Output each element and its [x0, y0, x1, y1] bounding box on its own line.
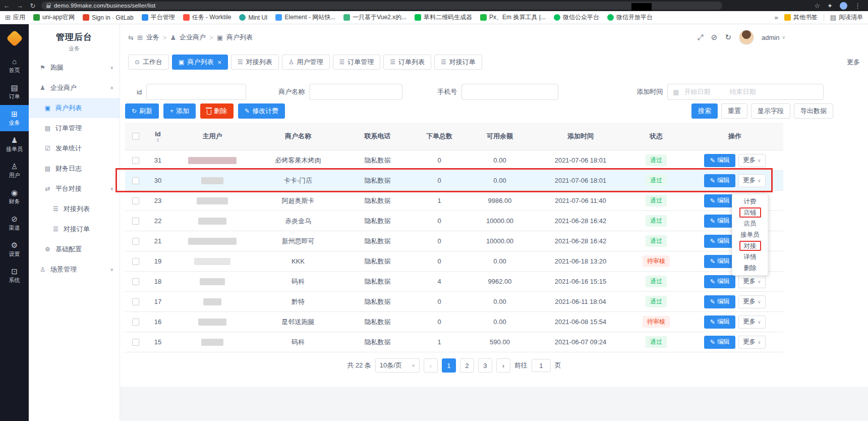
- row-checkbox[interactable]: [132, 238, 139, 245]
- edit-button[interactable]: ✎编辑: [704, 235, 735, 248]
- rail-item-home[interactable]: ⌂首页: [0, 52, 29, 79]
- row-checkbox[interactable]: [132, 319, 139, 326]
- page-button-3[interactable]: 3: [478, 358, 492, 373]
- url-bar[interactable]: demo.99make.com/business/seller/list: [41, 2, 722, 10]
- more-button-open[interactable]: 更多∨: [738, 174, 766, 187]
- refresh-icon[interactable]: ↻: [26, 2, 39, 10]
- rail-item-couriers[interactable]: ♟接单员: [0, 131, 29, 157]
- row-checkbox[interactable]: [132, 197, 139, 204]
- edit-button[interactable]: ✎编辑: [704, 295, 735, 308]
- browser-profile-icon[interactable]: [840, 2, 847, 10]
- rail-item-settings[interactable]: ⚙设置: [0, 236, 29, 262]
- breadcrumb-merchant-list[interactable]: 商户列表: [226, 33, 253, 42]
- table-row[interactable]: 21 新州思即可 隐私数据 0 10000.00 2021-06-28 16:4…: [125, 231, 783, 251]
- forward-icon[interactable]: →: [13, 2, 26, 10]
- sidebar-item-paotui[interactable]: ⚑跑腿∨: [29, 58, 120, 78]
- lock-screen-icon[interactable]: ⊘: [711, 33, 718, 42]
- row-checkbox[interactable]: [132, 218, 139, 225]
- page-button-1[interactable]: 1: [442, 358, 456, 373]
- reading-list[interactable]: ▤阅读清单: [830, 13, 863, 22]
- row-checkbox[interactable]: [132, 177, 139, 184]
- edit-button[interactable]: ✎编辑: [704, 336, 735, 349]
- tab-order-manage[interactable]: ☰订单管理: [333, 55, 381, 70]
- delete-button[interactable]: 删除: [200, 103, 234, 119]
- tab-user-manage[interactable]: ♙用户管理: [282, 55, 330, 70]
- bookmark-star-icon[interactable]: ☆: [814, 2, 820, 10]
- sidebar-item-scene-manage[interactable]: ♙场景管理∨: [29, 259, 120, 280]
- back-icon[interactable]: ←: [0, 2, 13, 10]
- refresh-button[interactable]: ↻刷新: [125, 103, 159, 119]
- sidebar-item-docking-orders[interactable]: ☰对接订单: [29, 219, 120, 239]
- reset-button[interactable]: 重置: [721, 103, 747, 119]
- collapse-sidebar-icon[interactable]: ⇆: [128, 34, 134, 41]
- row-checkbox[interactable]: [132, 339, 139, 346]
- more-button[interactable]: 更多∨: [738, 336, 766, 349]
- bookmark-item[interactable]: Px、Em 换算工具 |...: [480, 13, 546, 22]
- merchant-name-filter-input[interactable]: [309, 84, 402, 100]
- table-row[interactable]: 31 必烤客果木烤肉 隐私数据 0 0.00 2021-07-06 18:01 …: [125, 150, 783, 171]
- tab-workbench[interactable]: ⊙工作台: [128, 55, 169, 70]
- edit-button[interactable]: ✎编辑: [704, 174, 735, 187]
- bookmark-item[interactable]: 一只基于Vue2.x的...: [343, 13, 407, 22]
- bookmark-item[interactable]: 平台管理: [142, 13, 175, 22]
- url-text[interactable]: demo.99make.com/business/seller/list: [54, 3, 156, 9]
- edit-button[interactable]: ✎编辑: [704, 255, 735, 268]
- more-button[interactable]: 更多∨: [738, 154, 766, 167]
- menu-item-delete[interactable]: 删除: [732, 262, 768, 274]
- browser-menu-icon[interactable]: ⋮: [854, 2, 861, 10]
- row-checkbox[interactable]: [132, 258, 139, 265]
- bookmark-item[interactable]: Element - 网站快...: [275, 13, 335, 22]
- row-checkbox[interactable]: [132, 157, 139, 164]
- next-page-button[interactable]: ›: [496, 358, 510, 373]
- table-row[interactable]: 17 黔特 隐私数据 0 0.00 2021-06-11 18:04 通过 ✎编…: [125, 292, 783, 312]
- tab-docking-orders[interactable]: ☰对接订单: [434, 55, 482, 70]
- search-button[interactable]: 搜索: [691, 103, 718, 119]
- sidebar-item-finance-log[interactable]: ▤财务日志: [29, 159, 120, 179]
- sidebar-item-dispatch-stats[interactable]: ☑发单统计: [29, 138, 120, 159]
- bookmark-item[interactable]: 任务 - Worktile: [183, 13, 232, 22]
- avatar[interactable]: [739, 30, 754, 45]
- table-row[interactable]: 19 KKK 隐私数据 0 0.00 2021-06-18 13:20 待审核 …: [125, 251, 783, 272]
- add-button[interactable]: +添加: [163, 103, 196, 119]
- rail-item-users[interactable]: ♙用户: [0, 157, 29, 184]
- show-fields-button[interactable]: 显示字段: [751, 103, 790, 119]
- table-row[interactable]: 22 赤炎金乌 隐私数据 0 10000.00 2021-06-28 16:42…: [125, 211, 783, 231]
- prev-page-button[interactable]: ‹: [424, 358, 438, 373]
- table-row[interactable]: 18 码科 隐私数据 4 9962.00 2021-06-16 15:15 通过…: [125, 272, 783, 292]
- close-icon[interactable]: ×: [217, 59, 221, 66]
- select-all-checkbox[interactable]: [132, 133, 139, 140]
- menu-item-docking[interactable]: 对接: [732, 240, 768, 251]
- sidebar-item-platform-docking[interactable]: ⇄平台对接∧: [29, 179, 120, 199]
- bookmark-item[interactable]: 微信开放平台: [607, 13, 653, 22]
- more-button[interactable]: 更多∨: [738, 315, 766, 329]
- rail-item-business[interactable]: ⊞业务: [0, 105, 29, 131]
- bookmark-item[interactable]: 微信公众平台: [554, 13, 599, 22]
- bookmark-apps[interactable]: ⊞应用: [5, 13, 25, 22]
- sidebar-item-enterprise-merchant[interactable]: ♟企业商户∧: [29, 78, 120, 98]
- fullscreen-icon[interactable]: ⤢: [698, 33, 704, 42]
- edit-button[interactable]: ✎编辑: [704, 275, 735, 288]
- other-bookmarks[interactable]: 其他书签: [784, 13, 818, 22]
- rail-item-system[interactable]: ⊡系统: [0, 262, 29, 289]
- tab-docking-list[interactable]: ☰对接列表: [231, 55, 279, 70]
- row-checkbox[interactable]: [132, 278, 139, 285]
- goto-page-input[interactable]: 1: [532, 359, 551, 372]
- bookmark-item[interactable]: Mint UI: [239, 14, 267, 21]
- menu-item-courier[interactable]: 接单员: [732, 229, 768, 240]
- menu-item-billing[interactable]: 计费: [732, 196, 768, 207]
- edit-button[interactable]: ✎编辑: [704, 215, 735, 228]
- menu-item-clerk[interactable]: 店员: [732, 218, 768, 229]
- modify-billing-button[interactable]: ✎修改计费: [238, 103, 285, 119]
- extensions-icon[interactable]: ✦: [827, 2, 833, 10]
- page-size-select[interactable]: 10条/页∨: [375, 358, 420, 373]
- sort-icons[interactable]: ▲▼: [156, 138, 160, 142]
- tab-order-list[interactable]: ☰订单列表: [383, 55, 431, 70]
- phone-filter-input[interactable]: [461, 84, 558, 100]
- menu-item-details[interactable]: 详情: [732, 251, 768, 262]
- edit-button[interactable]: ✎编辑: [704, 315, 735, 329]
- edit-button[interactable]: ✎编辑: [704, 154, 735, 167]
- menu-item-shop[interactable]: 店铺: [732, 207, 768, 218]
- page-button-2[interactable]: 2: [460, 358, 474, 373]
- bookmark-item[interactable]: 草料二维码生成器: [415, 13, 472, 22]
- rail-item-orders[interactable]: ▤订单: [0, 79, 29, 105]
